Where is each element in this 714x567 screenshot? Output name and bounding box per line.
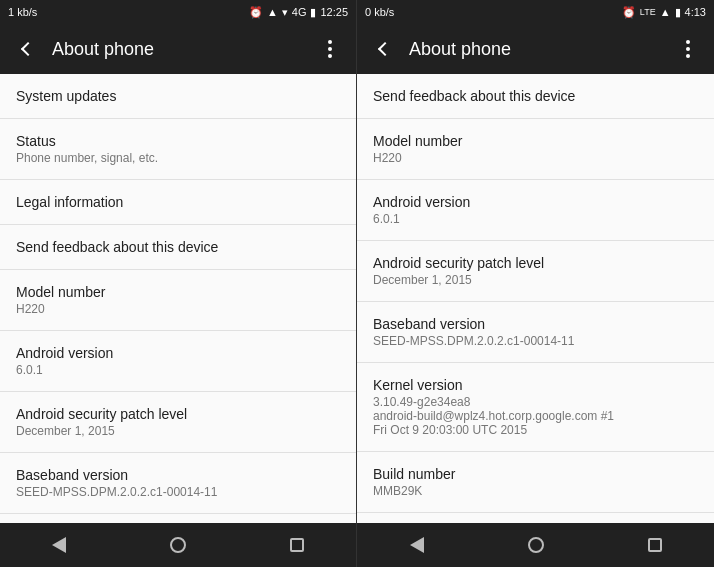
nav-home-2[interactable] xyxy=(511,527,561,563)
list-item-subtitle: SEED-MPSS.DPM.2.0.2.c1-00014-11 xyxy=(373,334,698,348)
list-item-title: Android version xyxy=(16,345,340,361)
list-item-android-version[interactable]: Android version 6.0.1 xyxy=(0,331,356,392)
list-item-subtitle: 3.10.49-g2e34ea8 android-build@wplz4.hot… xyxy=(373,395,698,437)
list-item-subtitle: December 1, 2015 xyxy=(373,273,698,287)
signal-bars-2: ▲ xyxy=(660,6,671,18)
nav-bar-1 xyxy=(0,523,356,567)
back-arrow-icon-2 xyxy=(378,42,392,56)
status-bar-2: 0 kb/s ⏰ LTE ▲ ▮ 4:13 xyxy=(357,0,714,24)
signal-bars-1: ▲ xyxy=(267,6,278,18)
battery-icon-1: ▮ xyxy=(310,6,316,19)
list-item-model-2[interactable]: Model number H220 xyxy=(357,119,714,180)
toolbar-1: About phone xyxy=(0,24,356,74)
list-item-title: Android security patch level xyxy=(373,255,698,271)
list-item-baseband[interactable]: Baseband version SEED-MPSS.DPM.2.0.2.c1-… xyxy=(0,453,356,514)
list-item-security-patch[interactable]: Android security patch level December 1,… xyxy=(0,392,356,453)
list-item-kernel[interactable]: Kernel version 3.10.49-g2e34ea8 android-… xyxy=(357,363,714,452)
nav-recents-1[interactable] xyxy=(272,527,322,563)
toolbar-title-2: About phone xyxy=(401,39,670,60)
network-icon-1: 4G xyxy=(292,6,307,18)
list-item-subtitle: Phone number, signal, etc. xyxy=(16,151,340,165)
list-item-title: Send feedback about this device xyxy=(373,88,698,104)
back-button-1[interactable] xyxy=(8,31,44,67)
status-bar-right-1: ⏰ ▲ ▾ 4G ▮ 12:25 xyxy=(249,6,348,19)
list-item-title: Build number xyxy=(373,466,698,482)
phone-panel-2: 0 kb/s ⏰ LTE ▲ ▮ 4:13 About phone Send f… xyxy=(357,0,714,567)
back-arrow-icon-1 xyxy=(21,42,35,56)
nav-home-icon-1 xyxy=(170,537,186,553)
status-bar-right-2: ⏰ LTE ▲ ▮ 4:13 xyxy=(622,6,706,19)
nav-recents-icon-1 xyxy=(290,538,304,552)
status-bar-left-1: 1 kb/s xyxy=(8,6,37,18)
list-item-title: Model number xyxy=(373,133,698,149)
nav-bar-2 xyxy=(357,523,714,567)
list-item-title: Status xyxy=(16,133,340,149)
battery-icon-2: ▮ xyxy=(675,6,681,19)
lte-icon-2: LTE xyxy=(640,7,656,17)
nav-back-icon-1 xyxy=(52,537,66,553)
settings-list-1: System updates Status Phone number, sign… xyxy=(0,74,356,523)
nav-back-1[interactable] xyxy=(34,527,84,563)
list-item-subtitle: MMB29K xyxy=(373,484,698,498)
wifi-icon-1: ▾ xyxy=(282,6,288,19)
nav-recents-2[interactable] xyxy=(630,527,680,563)
speed-indicator-1: 1 kb/s xyxy=(8,6,37,18)
status-bar-left-2: 0 kb/s xyxy=(365,6,394,18)
list-item-system-updates[interactable]: System updates xyxy=(0,74,356,119)
nav-home-1[interactable] xyxy=(153,527,203,563)
list-item-build[interactable]: Build number MMB29K xyxy=(357,452,714,513)
time-display-2: 4:13 xyxy=(685,6,706,18)
toolbar-2: About phone xyxy=(357,24,714,74)
list-item-subtitle: December 1, 2015 xyxy=(16,424,340,438)
nav-recents-icon-2 xyxy=(648,538,662,552)
nav-home-icon-2 xyxy=(528,537,544,553)
list-item-title: Android version xyxy=(373,194,698,210)
list-item-legal[interactable]: Legal information xyxy=(0,180,356,225)
alarm-icon-1: ⏰ xyxy=(249,6,263,19)
settings-list-2: Send feedback about this device Model nu… xyxy=(357,74,714,523)
list-item-feedback[interactable]: Send feedback about this device xyxy=(0,225,356,270)
more-button-1[interactable] xyxy=(312,31,348,67)
status-bar-1: 1 kb/s ⏰ ▲ ▾ 4G ▮ 12:25 xyxy=(0,0,356,24)
list-item-subtitle: 6.0.1 xyxy=(373,212,698,226)
back-button-2[interactable] xyxy=(365,31,401,67)
list-item-subtitle: H220 xyxy=(16,302,340,316)
list-item-title: Kernel version xyxy=(373,377,698,393)
time-display-1: 12:25 xyxy=(320,6,348,18)
list-item-title: Legal information xyxy=(16,194,340,210)
list-item-security-patch-2[interactable]: Android security patch level December 1,… xyxy=(357,241,714,302)
more-button-2[interactable] xyxy=(670,31,706,67)
list-item-subtitle: H220 xyxy=(373,151,698,165)
toolbar-title-1: About phone xyxy=(44,39,312,60)
list-item-title: System updates xyxy=(16,88,340,104)
list-item-title: Android security patch level xyxy=(16,406,340,422)
list-item-title: Baseband version xyxy=(373,316,698,332)
list-item-title: Model number xyxy=(16,284,340,300)
nav-back-2[interactable] xyxy=(392,527,442,563)
list-item-title: Send feedback about this device xyxy=(16,239,340,255)
more-dots-icon-1 xyxy=(328,40,332,58)
speed-indicator-2: 0 kb/s xyxy=(365,6,394,18)
list-item-status[interactable]: Status Phone number, signal, etc. xyxy=(0,119,356,180)
list-item-subtitle: 6.0.1 xyxy=(16,363,340,377)
list-item-model[interactable]: Model number H220 xyxy=(0,270,356,331)
list-item-subtitle: SEED-MPSS.DPM.2.0.2.c1-00014-11 xyxy=(16,485,340,499)
more-dots-icon-2 xyxy=(686,40,690,58)
list-item-title: Baseband version xyxy=(16,467,340,483)
alarm-icon-2: ⏰ xyxy=(622,6,636,19)
list-item-android-version-2[interactable]: Android version 6.0.1 xyxy=(357,180,714,241)
list-item-baseband-2[interactable]: Baseband version SEED-MPSS.DPM.2.0.2.c1-… xyxy=(357,302,714,363)
phone-panel-1: 1 kb/s ⏰ ▲ ▾ 4G ▮ 12:25 About phone Syst… xyxy=(0,0,357,567)
nav-back-icon-2 xyxy=(410,537,424,553)
list-item-feedback-2[interactable]: Send feedback about this device xyxy=(357,74,714,119)
